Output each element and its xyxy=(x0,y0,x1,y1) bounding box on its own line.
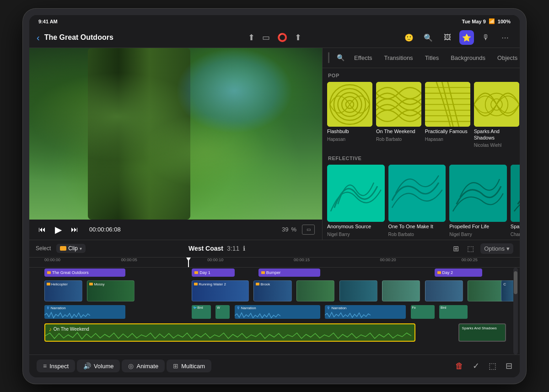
inspect-button[interactable]: ≡ Inspect xyxy=(37,360,75,372)
multicam-button[interactable]: ⊞ Multicam xyxy=(167,360,211,372)
tab-titles[interactable]: Titles xyxy=(420,53,444,63)
animate-button[interactable]: ◎ Animate xyxy=(122,360,165,372)
tab-backgrounds[interactable]: Backgrounds xyxy=(446,53,490,63)
soundtrack-flashbulb[interactable]: Flashbulb Hapasan xyxy=(327,82,372,148)
options-label: Options xyxy=(484,245,505,252)
project-title: The Great Outdoors xyxy=(44,33,113,42)
music-track-row: ♪ On The Weekend Sparks And Shadows xyxy=(35,322,511,343)
options-chevron-icon: ▾ xyxy=(506,245,510,252)
multicam-icon: ⊞ xyxy=(173,362,178,370)
project-name: West Coast xyxy=(188,245,223,252)
audio-label-text3: Narration xyxy=(331,306,346,310)
project-info-icon[interactable]: ℹ xyxy=(243,245,245,252)
audio-clips-row: 🎙 Narration 🐦Bird W xyxy=(35,304,511,321)
audio-clip-fo[interactable]: Fo xyxy=(411,305,435,319)
delete-button[interactable]: 🗑 xyxy=(455,361,463,371)
spatial-awareness-name: Spatial Awareness xyxy=(511,224,520,230)
camera-record-icon[interactable]: ▭ xyxy=(262,32,270,43)
on-the-weekend-artist: Rob Barbato xyxy=(376,137,421,142)
title-clip-icon xyxy=(47,271,51,274)
video-clip-helicopter[interactable]: Helicopter xyxy=(44,280,82,301)
audio-clip-bird-2[interactable]: Bird xyxy=(439,305,468,319)
propelled-for-life-name: Propelled For Life xyxy=(449,224,507,230)
video-clip-running-water[interactable]: Running Water 2 xyxy=(192,280,249,301)
timeline-ruler: 00:00:00 00:00:05 00:00:10 00:00:15 00:0… xyxy=(29,258,520,268)
title-bar-right: 🙂 🔍 🖼 ⭐ 🎙 ⋯ xyxy=(354,30,512,45)
flashbulb-name: Flashbulb xyxy=(327,129,372,134)
audio-clip-w[interactable]: W xyxy=(215,305,230,319)
search-button[interactable]: 🔍 xyxy=(334,51,347,64)
soundtrack-practically-famous[interactable]: Practically Famous Hapasan xyxy=(425,82,470,148)
audio-clip-bird-1[interactable]: 🐦Bird xyxy=(192,305,211,319)
voice-button[interactable]: 🎙 xyxy=(479,30,493,45)
back-button[interactable]: ‹ xyxy=(37,32,40,43)
pop-section-header: POP 5 Items xyxy=(327,73,520,78)
photo-library-button[interactable]: 🖼 xyxy=(440,30,455,45)
title-clip-bumper[interactable]: Bumper xyxy=(258,268,320,277)
scrollbar-thumb xyxy=(514,271,517,294)
soundtrack-on-the-weekend[interactable]: On The Weekend Rob Barbato xyxy=(376,82,421,148)
zoom-control: 39 % xyxy=(282,226,296,233)
video-clip-8[interactable] xyxy=(425,280,463,301)
split-clip-button[interactable]: ⬚ xyxy=(489,361,496,371)
soundtrack-anonymous-source[interactable]: Anonymous Source Nigel Barry xyxy=(327,165,385,237)
volume-button[interactable]: 🔊 Volume xyxy=(77,360,120,372)
ipad-frame: 9:41 AM Tue May 9 📶 100% ‹ The Great Out… xyxy=(23,9,526,384)
browser-toolbar: 🔍 Effects Transitions Titles Backgrounds… xyxy=(323,48,520,68)
video-clip-label-running-water: Running Water 2 xyxy=(194,282,226,286)
timeline-tracks: The Great Outdoors Day 1 Bumper Day xyxy=(29,268,520,354)
audio-clip-narration-3[interactable]: 🎙 Narration xyxy=(325,305,406,319)
skip-back-button[interactable]: ⏮ xyxy=(37,224,48,236)
zoom-button[interactable]: 🔍 xyxy=(421,30,436,45)
clip-selector[interactable]: Clip ▾ xyxy=(56,244,86,253)
checkmark-button[interactable]: ✓ xyxy=(473,361,479,371)
video-clip-6[interactable] xyxy=(339,280,377,301)
soundtrack-one-to-one[interactable]: One To One Make It Rob Barbato xyxy=(388,165,446,237)
soundtrack-propelled-for-life[interactable]: Propelled For Life Nigel Barry xyxy=(449,165,507,237)
title-clip-great-outdoors[interactable]: The Great Outdoors xyxy=(44,268,125,277)
anonymous-source-pattern xyxy=(327,165,385,222)
title-clip-day1[interactable]: Day 1 xyxy=(192,268,235,277)
more-button[interactable]: ⋯ xyxy=(498,30,512,45)
aspect-ratio-button[interactable]: ▭ xyxy=(302,225,315,235)
timeline-scrollbar[interactable] xyxy=(513,268,518,354)
effects-library-button[interactable]: ⭐ xyxy=(459,30,474,45)
upload-icon[interactable]: ⬆ xyxy=(248,32,255,43)
video-clip-7[interactable] xyxy=(382,280,420,301)
video-clip-brook[interactable]: Brook xyxy=(253,280,291,301)
volume-icon: 🔊 xyxy=(83,362,91,370)
audio-clip-narration-1[interactable]: 🎙 Narration xyxy=(44,305,125,319)
skip-forward-button[interactable]: ⏭ xyxy=(69,224,80,236)
one-to-one-artist: Rob Barbato xyxy=(388,232,446,237)
ipad-screen: 9:41 AM Tue May 9 📶 100% ‹ The Great Out… xyxy=(29,15,520,377)
playhead-head xyxy=(186,258,191,261)
clone-clip-button[interactable]: ⊟ xyxy=(506,361,512,371)
video-clip-label-brook: Brook xyxy=(256,282,270,286)
title-bar-left: ‹ The Great Outdoors xyxy=(37,32,195,43)
play-button[interactable]: ▶ xyxy=(53,222,64,237)
share-icon[interactable]: ⬆ xyxy=(295,32,301,43)
tab-effects[interactable]: Effects xyxy=(350,53,377,63)
video-clip-5[interactable] xyxy=(296,280,334,301)
music-clip-on-the-weekend[interactable]: ♪ On The Weekend xyxy=(44,323,415,342)
video-clip-9[interactable] xyxy=(468,280,506,301)
clip-label-text4: Brook xyxy=(260,282,270,286)
emoji-button[interactable]: 🙂 xyxy=(402,30,416,45)
audio-label-icon3: 🎙 xyxy=(327,306,330,310)
title-clip-day2[interactable]: Day 2 xyxy=(435,268,482,277)
audio-clip-narration-2[interactable]: 🎙 Narration xyxy=(235,305,320,319)
on-the-weekend-pattern xyxy=(376,82,421,127)
propelled-for-life-thumb xyxy=(449,165,507,222)
clip-connection-button[interactable]: ⬚ xyxy=(465,242,476,255)
music-clip-sparks-shadows[interactable]: Sparks And Shadows xyxy=(458,323,506,342)
video-clip-mossy[interactable]: Mossy xyxy=(87,280,135,301)
select-label: Select xyxy=(36,245,51,252)
soundtrack-spatial-awareness[interactable]: Spatial Awareness Charlie White xyxy=(511,165,520,237)
soundtrack-sparks-shadows[interactable]: Sparks And Shadows Nicolas Wiehl xyxy=(474,82,519,148)
voiceover-icon[interactable]: ⭕ xyxy=(277,32,287,43)
magnetic-timeline-button[interactable]: ⊞ xyxy=(451,242,461,255)
title-clips-row: The Great Outdoors Day 1 Bumper Day xyxy=(35,268,511,279)
options-button[interactable]: Options ▾ xyxy=(480,243,513,254)
tab-transitions[interactable]: Transitions xyxy=(380,53,418,63)
tab-objects[interactable]: Objects xyxy=(493,53,520,63)
